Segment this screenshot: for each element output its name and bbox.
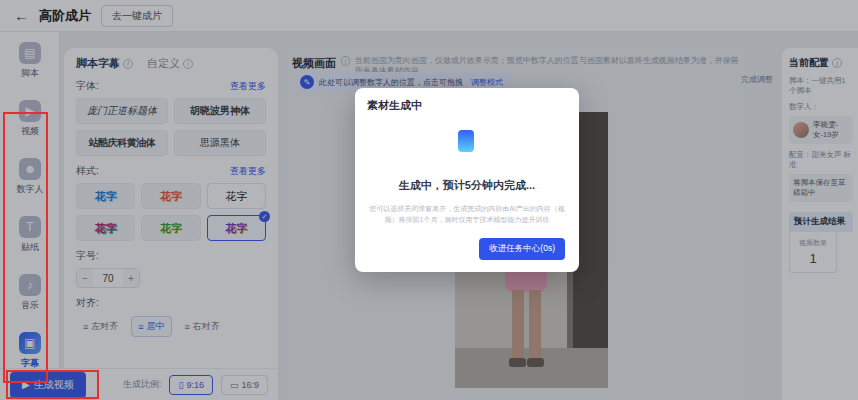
annotation-box-generate-button <box>6 370 99 399</box>
modal-title: 素材生成中 <box>367 98 567 113</box>
modal-status-text: 生成中，预计5分钟内完成... <box>355 178 579 193</box>
generating-modal: 素材生成中 生成中，预计5分钟内完成... 您可以选择关闭弹窗离开，生成完成的内… <box>355 88 579 272</box>
loading-cube-icon <box>458 130 474 152</box>
collapse-to-task-center-button[interactable]: 收进任务中心(0s) <box>479 238 565 260</box>
annotation-box-sidebar <box>3 112 48 383</box>
modal-note-text: 您可以选择关闭弹窗离开，生成完成的内容由AI产出的内容（视频）将保留1个月，届时… <box>369 203 565 225</box>
